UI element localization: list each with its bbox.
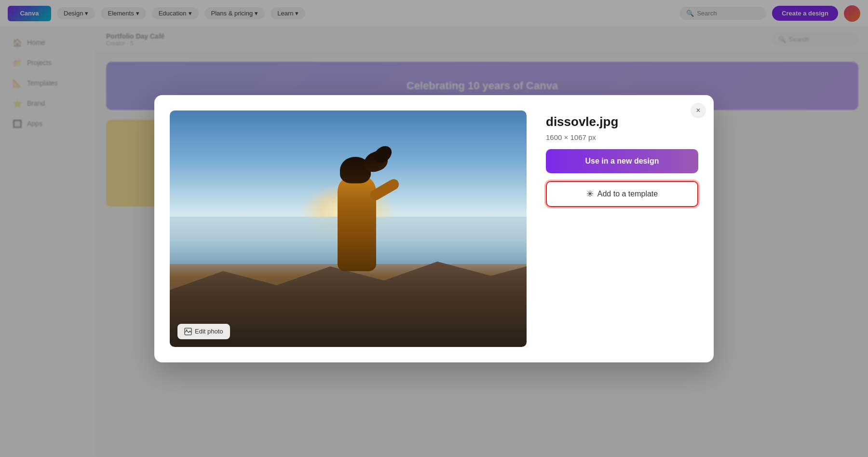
file-dimensions: 1600 × 1067 px: [546, 133, 698, 141]
edit-photo-icon: [184, 328, 192, 335]
template-asterisk-icon: ✳: [586, 189, 594, 199]
modal-overlay: ×: [0, 0, 868, 457]
close-icon: ×: [696, 106, 700, 115]
use-in-new-design-button[interactable]: Use in a new design: [546, 149, 698, 173]
file-name: dissovle.jpg: [546, 114, 698, 129]
image-preview-modal: ×: [154, 95, 714, 362]
preview-photo: [170, 111, 527, 347]
modal-close-button[interactable]: ×: [691, 103, 706, 118]
modal-info-section: dissovle.jpg 1600 × 1067 px Use in a new…: [546, 111, 698, 207]
add-template-label: Add to a template: [597, 190, 658, 198]
modal-image-wrapper: Edit photo: [170, 111, 527, 347]
coat: [338, 175, 376, 271]
edit-photo-label: Edit photo: [195, 328, 223, 335]
person-silhouette: [335, 157, 379, 271]
hair: [340, 157, 371, 183]
add-to-template-button[interactable]: ✳ Add to a template: [546, 181, 698, 207]
edit-photo-button[interactable]: Edit photo: [177, 324, 230, 339]
